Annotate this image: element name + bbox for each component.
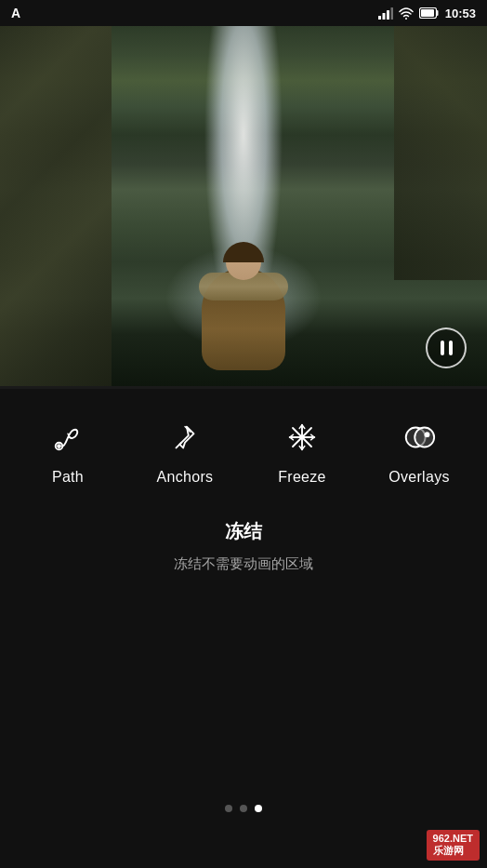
watermark: 962.NET 乐游网: [427, 830, 480, 861]
path-icon: [50, 420, 86, 455]
freeze-icon-wrap: [280, 415, 324, 460]
pause-bar-right: [449, 341, 453, 355]
rocky-left: [0, 26, 112, 389]
freeze-icon: [284, 420, 320, 455]
pause-bar-left: [441, 341, 444, 355]
tools-row: Path Anchors: [0, 389, 487, 501]
dot-1[interactable]: [225, 805, 232, 812]
overlays-icon: [401, 420, 437, 455]
description-area: 冻结 冻结不需要动画的区域: [0, 501, 487, 594]
overlays-icon-wrap: [397, 415, 441, 460]
bottom-panel: Path Anchors: [0, 389, 487, 868]
svg-point-8: [58, 445, 60, 447]
status-right-icons: 10:53: [378, 7, 476, 20]
status-bar: A 10:53: [0, 0, 487, 26]
path-label: Path: [52, 469, 84, 486]
path-icon-wrap: [46, 415, 90, 460]
person-silhouette: [188, 221, 299, 370]
tool-path[interactable]: Path: [21, 415, 114, 486]
svg-rect-2: [387, 10, 389, 20]
page-dots: [0, 805, 487, 812]
battery-icon: [419, 7, 440, 19]
dot-3-active[interactable]: [255, 805, 262, 812]
wifi-icon: [399, 7, 414, 20]
time-display: 10:53: [445, 7, 476, 20]
svg-point-17: [425, 432, 430, 437]
svg-rect-6: [421, 9, 434, 17]
signal-icon: [378, 7, 393, 20]
description-title: 冻结: [28, 519, 459, 544]
description-subtitle: 冻结不需要动画的区域: [28, 554, 459, 575]
pause-button[interactable]: [426, 327, 467, 368]
freeze-label: Freeze: [278, 469, 326, 486]
svg-rect-0: [378, 16, 381, 20]
video-area: [0, 26, 487, 389]
svg-rect-3: [390, 7, 393, 20]
anchors-icon-wrap: [163, 415, 207, 460]
svg-rect-1: [382, 13, 385, 20]
svg-point-4: [405, 18, 407, 20]
tool-anchors[interactable]: Anchors: [138, 415, 231, 486]
svg-point-16: [415, 428, 434, 447]
overlays-label: Overlays: [388, 469, 450, 486]
dot-2[interactable]: [240, 805, 247, 812]
rocky-right: [394, 26, 487, 280]
app-icon: A: [11, 6, 20, 20]
tool-overlays[interactable]: Overlays: [373, 415, 466, 486]
tool-freeze[interactable]: Freeze: [256, 415, 349, 486]
anchors-icon: [167, 420, 203, 455]
anchors-label: Anchors: [157, 469, 214, 486]
